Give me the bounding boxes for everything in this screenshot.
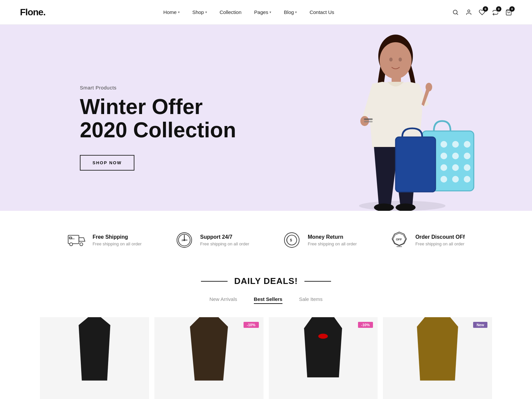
truck-icon: FREE — [67, 231, 86, 249]
nav-item-home[interactable]: Home▾ — [163, 9, 180, 15]
chevron-down-icon: ▾ — [178, 10, 180, 14]
product-badge-new: New — [473, 322, 487, 328]
svg-point-38 — [70, 243, 73, 246]
deals-tab-best-sellers[interactable]: Best Sellers — [254, 296, 282, 304]
svg-point-9 — [399, 58, 402, 62]
product-card[interactable]: New — [383, 317, 492, 399]
product-card[interactable]: -10% — [269, 317, 378, 399]
feature-free-shipping: FREE Free Shipping Free shipping on all … — [67, 231, 141, 249]
nav-item-blog[interactable]: Blog▾ — [284, 9, 297, 15]
hero-section: Smart Products Winter Offer 2020 Collect… — [0, 25, 532, 211]
svg-point-31 — [441, 176, 447, 183]
svg-line-1 — [457, 13, 458, 15]
hero-content: Smart Products Winter Offer 2020 Collect… — [0, 85, 532, 171]
wishlist-badge: 0 — [483, 6, 488, 12]
svg-text:FREE: FREE — [70, 238, 75, 240]
compare-badge: 0 — [496, 6, 501, 12]
hero-subtitle: Smart Products — [80, 85, 532, 90]
feature-money-return-text: Money Return Free shipping on all order — [308, 234, 357, 246]
feature-free-shipping-text: Free Shipping Free shipping on all order — [92, 234, 141, 246]
feature-support-title: Support 24/7 — [200, 234, 249, 240]
svg-point-0 — [453, 10, 457, 14]
svg-point-55 — [318, 334, 328, 339]
title-line-right — [304, 281, 331, 282]
svg-point-32 — [452, 176, 459, 183]
svg-point-47 — [184, 239, 185, 241]
nav-item-pages[interactable]: Pages▾ — [254, 9, 271, 15]
feature-free-shipping-subtitle: Free shipping on all order — [92, 241, 141, 246]
daily-deals-title: DAILY DEALS! — [234, 276, 298, 286]
product-card[interactable] — [40, 317, 149, 399]
deals-tab-sale-items[interactable]: Sale Items — [299, 296, 323, 304]
feature-order-discount-text: Order Discount OFf Free shipping on all … — [415, 234, 464, 246]
clock-icon: 24 — [175, 231, 194, 249]
wishlist-icon[interactable]: 0 — [479, 9, 485, 16]
svg-point-33 — [464, 176, 470, 183]
hero-title: Winter Offer 2020 Collection — [80, 95, 532, 142]
deals-tabs: New ArrivalsBest SellersSale Items — [20, 296, 512, 304]
svg-point-8 — [389, 58, 393, 62]
product-grid: -10% -10% New — [20, 317, 512, 399]
svg-point-39 — [80, 243, 83, 246]
deals-tab-new-arrivals[interactable]: New Arrivals — [209, 296, 237, 304]
hero-title-line2: 2020 Collection — [80, 118, 236, 142]
feature-order-discount-title: Order Discount OFf — [415, 234, 464, 240]
feature-money-return-subtitle: Free shipping on all order — [308, 241, 357, 246]
svg-text:$: $ — [290, 238, 292, 242]
logo[interactable]: Flone. — [20, 7, 45, 18]
user-icon[interactable] — [465, 9, 472, 16]
hero-title-line1: Winter Offer — [80, 95, 203, 119]
product-badge-discount: -10% — [358, 322, 373, 328]
feature-free-shipping-title: Free Shipping — [92, 234, 141, 240]
title-line-left — [201, 281, 228, 282]
feature-money-return: $ Money Return Free shipping on all orde… — [282, 231, 357, 249]
feature-support-text: Support 24/7 Free shipping on all order — [200, 234, 249, 246]
main-nav: Home▾Shop▾CollectionPages▾Blog▾Contact U… — [163, 9, 334, 15]
nav-item-shop[interactable]: Shop▾ — [192, 9, 207, 15]
cart-badge: 0 — [509, 6, 515, 12]
chevron-down-icon: ▾ — [295, 10, 297, 14]
feature-money-return-title: Money Return — [308, 234, 357, 240]
feature-order-discount: OFF Order Discount OFf Free shipping on … — [390, 231, 464, 249]
feature-support-subtitle: Free shipping on all order — [200, 241, 249, 246]
cart-icon[interactable]: 0 — [505, 9, 512, 16]
money-icon: $ — [282, 231, 301, 249]
chevron-down-icon: ▾ — [205, 10, 207, 14]
features-bar: FREE Free Shipping Free shipping on all … — [0, 211, 532, 269]
nav-item-contact-us[interactable]: Contact Us — [309, 9, 334, 15]
chevron-down-icon: ▾ — [269, 10, 271, 14]
feature-support: 24 Support 24/7 Free shipping on all ord… — [175, 231, 249, 249]
header-icons: 0 0 0 — [452, 9, 512, 16]
site-header: Flone. Home▾Shop▾CollectionPages▾Blog▾Co… — [0, 0, 532, 25]
nav-item-collection[interactable]: Collection — [220, 9, 242, 15]
compare-icon[interactable]: 0 — [492, 9, 499, 16]
shop-now-button[interactable]: SHOP NOW — [80, 155, 134, 171]
search-icon[interactable] — [452, 9, 459, 16]
daily-deals-section: DAILY DEALS! New ArrivalsBest SellersSal… — [0, 269, 532, 399]
section-title-wrap: DAILY DEALS! — [20, 276, 512, 286]
product-badge-discount: -10% — [244, 322, 259, 328]
discount-icon: OFF — [390, 231, 409, 249]
feature-order-discount-subtitle: Free shipping on all order — [415, 241, 464, 246]
svg-point-7 — [380, 42, 412, 79]
svg-point-2 — [468, 10, 470, 12]
svg-text:OFF: OFF — [396, 238, 402, 241]
product-image — [40, 317, 149, 384]
product-card[interactable]: -10% — [154, 317, 264, 399]
